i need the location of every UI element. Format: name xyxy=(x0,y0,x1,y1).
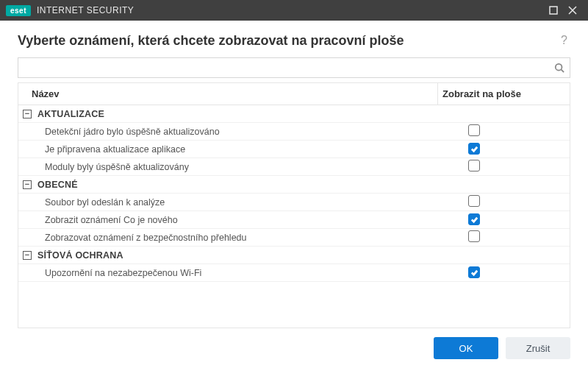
window-close-icon[interactable] xyxy=(563,3,582,18)
grid-header: Název Zobrazit na ploše xyxy=(18,83,570,105)
help-icon[interactable]: ? xyxy=(558,31,570,50)
notification-label: Zobrazovat oznámení z bezpečnostního pře… xyxy=(18,233,437,243)
notification-label: Je připravena aktualizace aplikace xyxy=(18,144,437,155)
notification-row: Zobrazit oznámení Co je nového xyxy=(18,211,570,229)
group-row[interactable]: −OBECNÉ xyxy=(18,176,570,194)
collapse-icon[interactable]: − xyxy=(23,180,32,189)
show-on-desktop-checkbox[interactable] xyxy=(468,160,480,171)
svg-rect-0 xyxy=(550,7,557,14)
search-icon[interactable] xyxy=(549,58,570,77)
page-header: Vyberte oznámení, která chcete zobrazova… xyxy=(0,21,588,57)
collapse-icon[interactable]: − xyxy=(23,251,32,260)
notification-label: Upozornění na nezabezpečenou Wi-Fi xyxy=(18,268,437,278)
group-row[interactable]: −SÍŤOVÁ OCHRANA xyxy=(18,247,570,264)
notification-label: Soubor byl odeslán k analýze xyxy=(18,197,437,208)
column-header-show[interactable]: Zobrazit na ploše xyxy=(437,83,570,105)
show-on-desktop-checkbox[interactable] xyxy=(468,266,480,278)
show-on-desktop-checkbox[interactable] xyxy=(468,213,480,225)
group-row[interactable]: −AKTUALIZACE xyxy=(18,105,570,123)
notification-row: Soubor byl odeslán k analýze xyxy=(18,194,570,211)
notifications-grid: Název Zobrazit na ploše −AKTUALIZACEDete… xyxy=(18,82,570,328)
group-label: AKTUALIZACE xyxy=(37,109,104,119)
product-name: INTERNET SECURITY xyxy=(37,5,134,15)
show-on-desktop-checkbox[interactable] xyxy=(468,124,480,136)
window-maximize-icon[interactable] xyxy=(544,3,563,18)
notification-label: Zobrazit oznámení Co je nového xyxy=(18,215,437,225)
group-label: SÍŤOVÁ OCHRANA xyxy=(37,250,123,261)
page-title: Vyberte oznámení, která chcete zobrazova… xyxy=(18,33,558,49)
notification-label: Moduly byly úspěšně aktualizovány xyxy=(18,162,437,172)
notification-row: Moduly byly úspěšně aktualizovány xyxy=(18,158,570,176)
show-on-desktop-checkbox[interactable] xyxy=(468,143,480,155)
ok-button[interactable]: OK xyxy=(434,337,498,359)
dialog-footer: OK Zrušit xyxy=(0,328,588,368)
show-on-desktop-checkbox[interactable] xyxy=(468,230,480,242)
search-bar xyxy=(18,57,570,78)
search-input[interactable] xyxy=(18,58,549,77)
collapse-icon[interactable]: − xyxy=(23,110,32,118)
notification-row: Zobrazovat oznámení z bezpečnostního pře… xyxy=(18,229,570,247)
cancel-button[interactable]: Zrušit xyxy=(506,337,570,359)
svg-point-1 xyxy=(556,64,562,71)
group-label: OBECNÉ xyxy=(37,180,78,190)
column-header-name[interactable]: Název xyxy=(18,88,437,99)
brand-logo: eset xyxy=(6,5,31,16)
notification-row: Upozornění na nezabezpečenou Wi-Fi xyxy=(18,264,570,282)
notification-row: Detekční jádro bylo úspěšně aktualizován… xyxy=(18,123,570,141)
titlebar: eset INTERNET SECURITY xyxy=(0,0,588,21)
notification-row: Je připravena aktualizace aplikace xyxy=(18,141,570,158)
notification-label: Detekční jádro bylo úspěšně aktualizován… xyxy=(18,127,437,137)
show-on-desktop-checkbox[interactable] xyxy=(468,195,480,207)
